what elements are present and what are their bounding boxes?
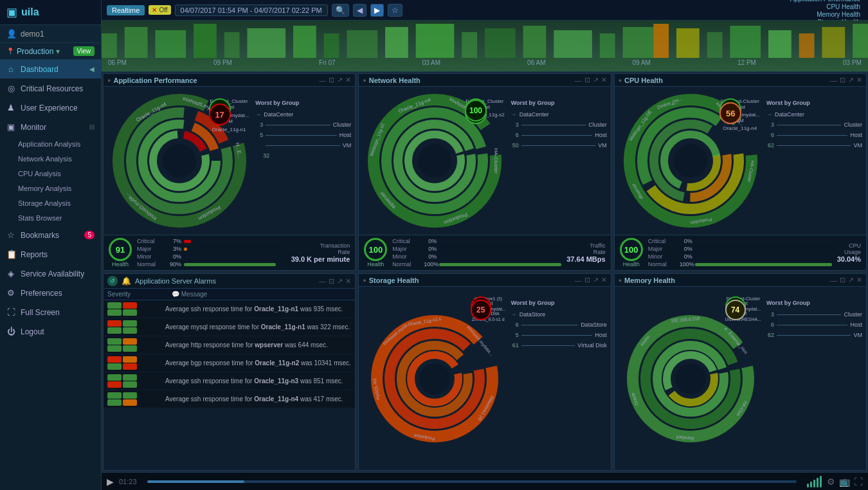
zoom-in-button[interactable]: 🔍	[332, 4, 349, 17]
expand-button[interactable]: ⊡	[840, 276, 845, 284]
minimize-button[interactable]: —	[830, 277, 837, 284]
legend-datacenter: → DataCenter	[511, 111, 607, 118]
off-toggle[interactable]: ✕ Off	[149, 5, 170, 15]
environment-selector[interactable]: 📍 Production ▾ View	[0, 43, 101, 60]
fullscreen-button[interactable]: ↗	[337, 76, 343, 84]
expand-button[interactable]: ⊡	[584, 276, 590, 284]
alarm-row: Average mysql response time for Oracle_1…	[104, 318, 355, 336]
panel-legend-storage: Worst by Group → DataStore 6 DataStore 5	[511, 287, 611, 470]
expand-arrow-icon: ⊟	[89, 123, 95, 131]
panel-app-performance: ● Application Performance — ⊡ ↗ ✕	[103, 73, 356, 271]
full-screen-icon: ⛶	[6, 307, 15, 317]
panel-header-cpu-health: ● CPU Health — ⊡ ↗ ✕	[615, 74, 866, 87]
storage-radial-svg: Oracle_11g-n2.s esxhost4.mydata... datas…	[370, 314, 499, 443]
arrow-left-button[interactable]: ◀	[353, 4, 366, 17]
sidebar-item-critical-resources[interactable]: ◎ Critical Resources	[0, 79, 101, 98]
sidebar-item-network-analysis[interactable]: Network Analysis	[0, 152, 101, 167]
legend-host: 6 Host	[766, 322, 862, 328]
sidebar-item-monitor[interactable]: ▣ Monitor ⊟	[0, 118, 101, 137]
dashboard-row-1: ● Application Performance — ⊡ ↗ ✕	[102, 72, 868, 272]
progress-bar-track[interactable]	[147, 480, 797, 483]
close-button[interactable]: ✕	[601, 276, 607, 284]
close-button[interactable]: ✕	[601, 76, 607, 84]
sidebar-item-reports[interactable]: 📋 Reports	[0, 245, 101, 264]
fullscreen-button[interactable]: ↗	[848, 76, 854, 84]
cast-icon[interactable]: 📺	[839, 476, 850, 487]
sidebar-sub-label: CPU Analysis	[18, 170, 61, 177]
sidebar-item-service-availability[interactable]: ◈ Service Availability	[0, 264, 101, 284]
sidebar-sub-label: Memory Analysis	[18, 185, 71, 192]
play-button[interactable]: ▶	[107, 476, 114, 487]
close-button[interactable]: ✕	[345, 76, 351, 84]
sidebar-item-memory-analysis[interactable]: Memory Analysis	[0, 181, 101, 196]
fullscreen-icon[interactable]: ⛶	[854, 476, 863, 487]
expand-button[interactable]: ⊡	[840, 76, 845, 84]
panel-body-cpu-health: L... esxhost3.myda... HA-Cluster Product…	[615, 87, 866, 235]
datetime-range[interactable]: 04/07/2017 01:54 PM - 04/07/2017 02:22 P…	[175, 5, 328, 16]
panel-legend-network: Worst by Group → DataCenter 3 Cluster 6	[511, 87, 611, 235]
worst-by-group-title: Worst by Group	[511, 300, 607, 306]
radial-chart-area-network: Oracle_11g-n4 esxhost5.myd... HA-Cluster…	[359, 87, 511, 235]
minimize-button[interactable]: —	[319, 277, 326, 285]
fullscreen-button[interactable]: ↗	[337, 277, 343, 286]
statusbar: ▶ 01:23 ⚙ 📺 ⛶	[102, 472, 868, 490]
sidebar-item-application-analysis[interactable]: Application Analysis	[0, 137, 101, 152]
svg-rect-9	[385, 27, 408, 58]
timeline[interactable]: 06 PM 09 PM Fri 07 03 AM 06 AM 09 AM 12 …	[102, 21, 868, 72]
health-bars: Critical 0% Major 0% Minor 0%	[648, 238, 832, 268]
timeline-labels: 06 PM 09 PM Fri 07 03 AM 06 AM 09 AM 12 …	[102, 58, 868, 68]
sidebar-item-full-screen[interactable]: ⛶ Full Screen	[0, 303, 101, 322]
minimize-button[interactable]: —	[319, 77, 326, 84]
sidebar-item-preferences[interactable]: ⚙ Preferences	[0, 284, 101, 303]
expand-button[interactable]: ⊡	[329, 277, 334, 286]
close-button[interactable]: ✕	[856, 276, 862, 284]
star-button[interactable]: ☆	[388, 4, 402, 17]
svg-rect-6	[293, 26, 316, 58]
timeline-label: Fri 07	[319, 59, 336, 66]
prod-link-app-perf[interactable]: Application Performance	[790, 0, 860, 3]
legend-datacenter: → DataStore	[511, 311, 607, 318]
legend-vm: 50 VM	[511, 142, 607, 149]
realtime-button[interactable]: Realtime	[107, 5, 145, 15]
severity-indicator	[107, 374, 165, 388]
sidebar-item-stats-browser[interactable]: Stats Browser	[0, 211, 101, 226]
expand-button[interactable]: ⊡	[329, 76, 334, 84]
expand-button[interactable]: ⊡	[584, 76, 590, 84]
sidebar-user: 👤 demo1	[0, 25, 101, 43]
fullscreen-button[interactable]: ↗	[593, 276, 599, 284]
panel-footer-app-perf: 91 Health Critical 7% Major 3%	[104, 235, 355, 270]
alarm-message: Average mysql response time for Oracle_1…	[165, 323, 350, 331]
view-button[interactable]: View	[73, 46, 95, 56]
refresh-button[interactable]: ↺	[107, 276, 118, 286]
panel-title-cpu-health: CPU Health	[624, 77, 663, 84]
close-icon: ✕	[152, 6, 157, 14]
legend-32: 32	[263, 152, 351, 159]
sidebar-item-user-experience[interactable]: ♟ User Experience	[0, 98, 101, 118]
fullscreen-button[interactable]: ↗	[593, 76, 599, 84]
fullscreen-button[interactable]: ↗	[848, 276, 854, 284]
minimize-button[interactable]: —	[575, 77, 582, 84]
panel-body-app-performance: Oracle_11g-n4 esxhost5.myd... H...E... P…	[104, 87, 355, 235]
badge-74: 74	[725, 300, 746, 320]
legend-vm: VM	[255, 142, 351, 149]
sidebar-item-cpu-analysis[interactable]: CPU Analysis	[0, 167, 101, 181]
minimize-button[interactable]: —	[575, 277, 582, 284]
worst-by-group-title: Worst by Group	[766, 100, 862, 106]
arrow-right-button[interactable]: ▶	[370, 4, 384, 17]
close-button[interactable]: ✕	[856, 76, 862, 84]
prod-link-cpu-health[interactable]: CPU Health	[790, 3, 860, 10]
svg-point-80	[675, 363, 706, 394]
settings-icon[interactable]: ⚙	[827, 476, 835, 487]
sidebar-item-bookmarks[interactable]: ☆ Bookmarks 5	[0, 226, 101, 245]
svg-text:esxhost4.mydata...: esxhost4.mydata...	[466, 324, 494, 356]
close-button[interactable]: ✕	[345, 277, 351, 286]
minimize-button[interactable]: —	[830, 77, 837, 84]
legend-cluster: 3 Cluster	[766, 122, 862, 128]
badge-label-oracle: Oracle_11g-n1	[209, 127, 249, 132]
sidebar-item-dashboard[interactable]: ⌂ Dashboard ◀	[0, 60, 101, 79]
panel-controls: — ⊡ ↗ ✕	[319, 277, 351, 286]
sidebar-item-storage-analysis[interactable]: Storage Analysis	[0, 196, 101, 211]
legend-host: 5 Host	[255, 132, 351, 138]
prod-link-memory-health[interactable]: Memory Health	[790, 11, 860, 18]
sidebar-item-logout[interactable]: ⏻ Logout	[0, 322, 101, 341]
